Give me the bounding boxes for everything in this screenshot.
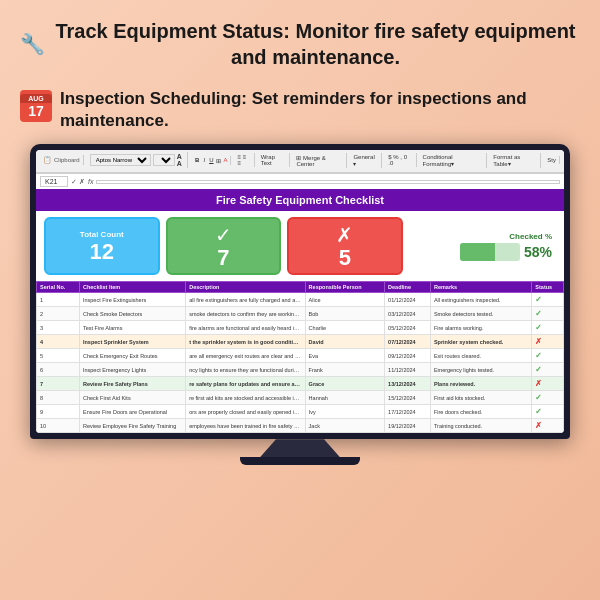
percent-fill — [460, 243, 495, 261]
cell-item: Review Employee Fire Safety Training — [79, 419, 185, 433]
cell-desc: ors are properly closed and easily opene… — [186, 405, 305, 419]
wrench-icon: 🔧 — [20, 31, 45, 57]
col-desc: Description — [186, 282, 305, 293]
cell-deadline: 03/12/2024 — [385, 307, 431, 321]
cell-item: Ensure Fire Doors are Operational — [79, 405, 185, 419]
cell-person: Frank — [305, 363, 384, 377]
monitor-screen: 📋 Clipboard Aptos Narrow 11 A A B — [30, 144, 570, 439]
cell-item: Inspect Sprinkler System — [79, 335, 185, 349]
cell-deadline: 09/12/2024 — [385, 349, 431, 363]
font-select[interactable]: Aptos Narrow — [90, 154, 151, 166]
cell-serial: 3 — [37, 321, 80, 335]
cell-remarks: Smoke detectors tested. — [430, 307, 531, 321]
monitor-base — [240, 457, 360, 465]
cell-deadline: 13/12/2024 — [385, 377, 431, 391]
summary-row: Total Count 12 ✓ 7 ✗ 5 Checked % — [36, 211, 564, 281]
font-size-select[interactable]: 11 — [153, 154, 175, 166]
col-deadline: Deadline — [385, 282, 431, 293]
cell-remarks: Fire alarms working. — [430, 321, 531, 335]
cell-item: Check Smoke Detectors — [79, 307, 185, 321]
cell-desc: t the sprinkler system is in good condit… — [186, 335, 305, 349]
cell-serial: 10 — [37, 419, 80, 433]
cell-remarks: Plans reviewed. — [430, 377, 531, 391]
cell-person: Ivy — [305, 405, 384, 419]
cell-person: Charlie — [305, 321, 384, 335]
cell-desc: employees have been trained in fire safe… — [186, 419, 305, 433]
cell-person: Alice — [305, 293, 384, 307]
cell-remarks: Exit routes cleared. — [430, 349, 531, 363]
cell-status: ✓ — [532, 321, 564, 335]
table-row: 1 Inspect Fire Extinguishers all fire ex… — [37, 293, 564, 307]
col-serial: Serial No. — [37, 282, 80, 293]
spreadsheet-content: Fire Safety Equipment Checklist Total Co… — [36, 189, 564, 433]
cell-person: Jack — [305, 419, 384, 433]
check-value: 7 — [217, 247, 229, 269]
cell-person: David — [305, 335, 384, 349]
cell-deadline: 05/12/2024 — [385, 321, 431, 335]
cell-item: Check Emergency Exit Routes — [79, 349, 185, 363]
cell-serial: 1 — [37, 293, 80, 307]
cell-status: ✓ — [532, 307, 564, 321]
table-row: 8 Check First Aid Kits re first aid kits… — [37, 391, 564, 405]
total-value: 12 — [90, 241, 114, 263]
formula-bar: K21 ✓ ✗ fx — [36, 173, 564, 189]
table-row: 2 Check Smoke Detectors smoke detectors … — [37, 307, 564, 321]
cell-item: Review Fire Safety Plans — [79, 377, 185, 391]
col-status: Status — [532, 282, 564, 293]
sheet-title: Fire Safety Equipment Checklist — [36, 189, 564, 211]
fx-label: fx — [88, 178, 93, 185]
cell-status: ✓ — [532, 293, 564, 307]
cell-status: ✓ — [532, 405, 564, 419]
check-count-card: ✓ 7 — [166, 217, 282, 275]
table-row: 6 Inspect Emergency Lights ncy lights to… — [37, 363, 564, 377]
cell-item: Inspect Fire Extinguishers — [79, 293, 185, 307]
cell-desc: re first aid kits are stocked and access… — [186, 391, 305, 405]
cell-serial: 6 — [37, 363, 80, 377]
cell-remarks: Sprinkler system checked. — [430, 335, 531, 349]
cell-remarks: First aid kits stocked. — [430, 391, 531, 405]
checked-percent-value: 58% — [524, 244, 552, 260]
cell-status: ✗ — [532, 419, 564, 433]
cell-status: ✓ — [532, 349, 564, 363]
total-count-card: Total Count 12 — [44, 217, 160, 275]
cell-serial: 9 — [37, 405, 80, 419]
heading1-text: Track Equipment Status: Monitor fire saf… — [51, 18, 580, 70]
table-row: 3 Test Fire Alarms fire alarms are funct… — [37, 321, 564, 335]
cell-serial: 4 — [37, 335, 80, 349]
col-remarks: Remarks — [430, 282, 531, 293]
calendar-icon: AUG 17 — [20, 90, 52, 122]
cell-desc: all fire extinguishers are fully charged… — [186, 293, 305, 307]
cell-remarks: Emergency lights tested. — [430, 363, 531, 377]
x-count-card: ✗ 5 — [287, 217, 403, 275]
cell-deadline: 17/12/2024 — [385, 405, 431, 419]
heading2-text: Inspection Scheduling: Set reminders for… — [60, 88, 580, 132]
table-row: 9 Ensure Fire Doors are Operational ors … — [37, 405, 564, 419]
excel-toolbar: 📋 Clipboard Aptos Narrow 11 A A B — [36, 150, 564, 173]
checked-label: Checked % — [509, 232, 552, 241]
x-value: 5 — [339, 247, 351, 269]
cell-desc: fire alarms are functional and easily he… — [186, 321, 305, 335]
cell-person: Eva — [305, 349, 384, 363]
cell-desc: re safety plans for updates and ensure a… — [186, 377, 305, 391]
cell-deadline: 19/12/2024 — [385, 419, 431, 433]
table-row: 5 Check Emergency Exit Routes are all em… — [37, 349, 564, 363]
total-label: Total Count — [80, 230, 124, 239]
cell-serial: 2 — [37, 307, 80, 321]
cell-person: Hannah — [305, 391, 384, 405]
checked-percent-card: Checked % 58% — [409, 217, 556, 275]
cell-status: ✓ — [532, 391, 564, 405]
cell-item: Check First Aid Kits — [79, 391, 185, 405]
cell-reference[interactable]: K21 — [40, 176, 68, 187]
formula-input[interactable] — [96, 180, 560, 184]
cell-person: Grace — [305, 377, 384, 391]
cell-serial: 7 — [37, 377, 80, 391]
cell-deadline: 07/12/2024 — [385, 335, 431, 349]
x-symbol: ✗ — [336, 223, 353, 247]
check-symbol: ✓ — [215, 223, 232, 247]
table-row: 10 Review Employee Fire Safety Training … — [37, 419, 564, 433]
cell-deadline: 01/12/2024 — [385, 293, 431, 307]
table-row: 7 Review Fire Safety Plans re safety pla… — [37, 377, 564, 391]
cell-desc: ncy lights to ensure they are functional… — [186, 363, 305, 377]
cell-serial: 5 — [37, 349, 80, 363]
cell-deadline: 15/12/2024 — [385, 391, 431, 405]
